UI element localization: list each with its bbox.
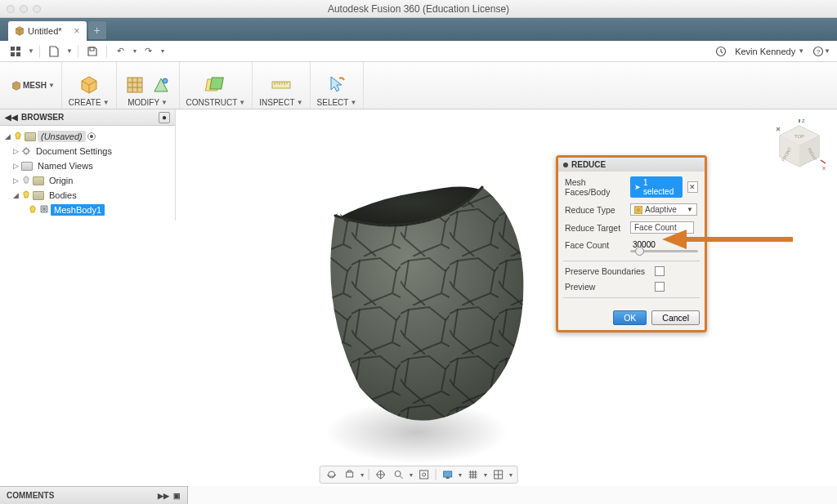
tab-close-icon[interactable]: × bbox=[74, 25, 80, 37]
svg-text:X: X bbox=[822, 166, 826, 171]
job-status-icon[interactable] bbox=[715, 43, 727, 60]
face-count-label: Face Count bbox=[565, 240, 630, 250]
remesh-icon[interactable] bbox=[123, 74, 146, 96]
chevron-down-icon[interactable]: ▾ bbox=[133, 47, 137, 55]
expand-icon[interactable]: ◢ bbox=[3, 132, 11, 140]
expand-icon[interactable]: ◢ bbox=[11, 191, 20, 199]
expand-icon[interactable]: ▶▶ ▣ bbox=[158, 492, 181, 500]
undo-button[interactable]: ↶ bbox=[112, 43, 130, 60]
gear-icon bbox=[21, 146, 31, 156]
dialog-titlebar[interactable]: REDUCE bbox=[558, 158, 705, 172]
mesh-model[interactable] bbox=[302, 158, 539, 436]
chevron-down-icon[interactable]: ▼ bbox=[360, 472, 365, 478]
create-menu[interactable]: CREATE▼ bbox=[69, 98, 110, 107]
collapse-icon[interactable]: ◀◀ bbox=[5, 113, 18, 122]
svg-marker-10 bbox=[13, 81, 20, 90]
preserve-boundaries-checkbox[interactable] bbox=[655, 266, 665, 276]
look-at-icon[interactable] bbox=[342, 467, 358, 482]
comments-bar[interactable]: COMMENTS ▶▶ ▣ bbox=[0, 486, 188, 504]
select-icon[interactable] bbox=[325, 74, 348, 96]
cancel-button[interactable]: Cancel bbox=[651, 310, 700, 325]
chevron-down-icon[interactable]: ▼ bbox=[482, 472, 488, 478]
inspect-menu[interactable]: INSPECT▼ bbox=[259, 98, 302, 107]
ribbon-group-create: CREATE▼ bbox=[62, 62, 117, 109]
expand-icon[interactable]: ▷ bbox=[11, 176, 20, 185]
select-menu[interactable]: SELECT▼ bbox=[317, 98, 357, 107]
dialog-title-label: REDUCE bbox=[571, 160, 606, 169]
chevron-down-icon[interactable]: ▼ bbox=[409, 472, 414, 478]
pan-icon[interactable] bbox=[373, 467, 389, 482]
activate-radio[interactable] bbox=[87, 132, 96, 140]
expand-icon[interactable]: ▷ bbox=[11, 147, 20, 155]
grid-settings-icon[interactable] bbox=[464, 467, 481, 482]
adaptive-icon bbox=[634, 206, 642, 214]
chevron-down-icon[interactable]: ▾ bbox=[161, 47, 164, 55]
preview-checkbox[interactable] bbox=[655, 282, 665, 292]
lightbulb-icon[interactable] bbox=[13, 132, 23, 141]
reduce-icon[interactable] bbox=[150, 74, 172, 96]
orbit-icon[interactable] bbox=[324, 467, 340, 482]
insert-mesh-icon[interactable] bbox=[78, 74, 101, 96]
svg-text:Z: Z bbox=[802, 119, 805, 123]
browser-tree: ◢ (Unsaved) ▷ Document Settings ▷ Named … bbox=[0, 126, 175, 221]
tree-root[interactable]: ◢ (Unsaved) bbox=[0, 129, 175, 144]
lightbulb-icon[interactable] bbox=[28, 205, 38, 215]
navigation-toolbar: ▼ ▼ ▼ ▼ ▼ bbox=[320, 466, 518, 484]
cube-icon bbox=[15, 26, 25, 36]
chevron-down-icon[interactable]: ▼ bbox=[458, 472, 463, 478]
zoom-icon[interactable] bbox=[391, 467, 407, 482]
cube-icon bbox=[11, 81, 21, 91]
reduce-dialog: REDUCE Mesh Faces/Body ➤1 selected ✕ Red… bbox=[556, 155, 707, 332]
node-label: Bodies bbox=[46, 190, 80, 201]
browser-panel: ◀◀ BROWSER ● ◢ (Unsaved) ▷ Document Sett… bbox=[0, 109, 176, 221]
svg-rect-2 bbox=[11, 47, 15, 51]
reduce-target-dropdown[interactable]: Face Count bbox=[630, 221, 694, 234]
ok-button[interactable]: OK bbox=[613, 310, 647, 325]
reduce-type-dropdown[interactable]: Adaptive ▼ bbox=[630, 203, 697, 216]
workspace-switcher[interactable]: MESH ▼ bbox=[5, 62, 62, 109]
face-count-slider[interactable] bbox=[630, 250, 698, 252]
chevron-down-icon[interactable]: ▼ bbox=[66, 47, 73, 55]
root-label: (Unsaved) bbox=[38, 131, 86, 142]
lightbulb-icon[interactable] bbox=[21, 190, 31, 200]
svg-text:TOP: TOP bbox=[794, 134, 804, 139]
svg-rect-36 bbox=[444, 471, 452, 477]
mesh-icon bbox=[39, 204, 49, 216]
tab-bar: Untitled* × + bbox=[0, 18, 837, 41]
tab-add-button[interactable]: + bbox=[88, 21, 106, 39]
svg-rect-31 bbox=[347, 472, 353, 477]
document-tab[interactable]: Untitled* × bbox=[8, 21, 87, 41]
tree-item-doc-settings[interactable]: ▷ Document Settings bbox=[0, 144, 175, 158]
chevron-down-icon[interactable]: ▼ bbox=[508, 472, 513, 478]
construct-plane-icon[interactable] bbox=[204, 74, 227, 96]
redo-button[interactable]: ↷ bbox=[140, 43, 158, 60]
svg-rect-3 bbox=[16, 47, 20, 51]
file-button[interactable] bbox=[45, 43, 63, 60]
construct-menu[interactable]: CONSTRUCT▼ bbox=[186, 98, 246, 107]
workspace-label: MESH bbox=[23, 81, 47, 90]
chevron-down-icon[interactable]: ▼ bbox=[28, 47, 34, 55]
lightbulb-off-icon[interactable] bbox=[21, 176, 31, 185]
data-panel-button[interactable] bbox=[7, 43, 25, 60]
quick-access-toolbar: ▼ ▼ ↶ ▾ ↷ ▾ Kevin Kennedy ▼ ? ▼ bbox=[0, 41, 837, 62]
viewcube[interactable]: TOP FRONT RIGHT Z X bbox=[772, 119, 827, 175]
measure-icon[interactable] bbox=[270, 74, 293, 96]
clear-selection-button[interactable]: ✕ bbox=[687, 181, 698, 193]
expand-icon[interactable]: ▷ bbox=[11, 162, 20, 170]
pin-button[interactable]: ● bbox=[159, 112, 170, 123]
reduce-target-label: Reduce Target bbox=[565, 223, 630, 233]
user-menu[interactable]: Kevin Kennedy ▼ bbox=[735, 47, 804, 56]
tree-item-meshbody[interactable]: MeshBody1 bbox=[0, 203, 175, 217]
fit-icon[interactable] bbox=[416, 467, 432, 482]
tree-item-origin[interactable]: ▷ Origin bbox=[0, 173, 175, 188]
tree-item-bodies[interactable]: ◢ Bodies bbox=[0, 188, 175, 203]
mac-titlebar: Autodesk Fusion 360 (Education License) bbox=[0, 0, 837, 18]
help-button[interactable]: ? ▼ bbox=[812, 43, 830, 60]
display-settings-icon[interactable] bbox=[440, 467, 456, 482]
tree-item-named-views[interactable]: ▷ Named Views bbox=[0, 158, 175, 173]
modify-menu[interactable]: MODIFY▼ bbox=[128, 98, 168, 107]
selection-chip[interactable]: ➤1 selected bbox=[630, 176, 683, 198]
save-button[interactable] bbox=[83, 43, 101, 60]
svg-point-35 bbox=[423, 473, 426, 476]
viewport-layout-icon[interactable] bbox=[490, 467, 506, 482]
